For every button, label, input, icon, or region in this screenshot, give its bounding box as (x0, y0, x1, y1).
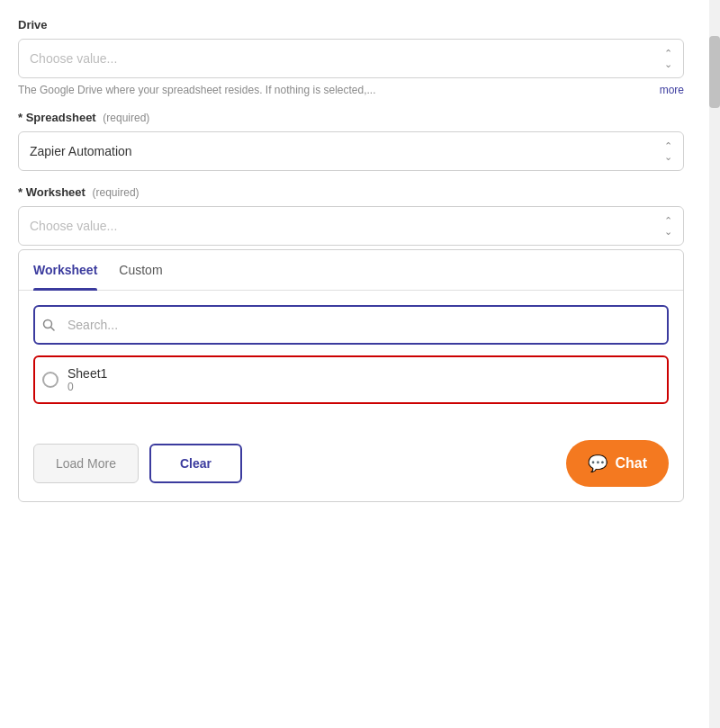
drive-placeholder: Choose value... (30, 51, 117, 66)
clear-button[interactable]: Clear (149, 444, 242, 483)
worksheet-placeholder: Choose value... (30, 219, 117, 233)
spreadsheet-chevron-icon (664, 141, 672, 162)
worksheet-section: * Worksheet (required) Choose value... (18, 185, 684, 246)
scrollbar-thumb[interactable] (709, 36, 720, 108)
spreadsheet-label: * Spreadsheet (required) (18, 111, 684, 124)
tab-custom[interactable]: Custom (119, 250, 162, 290)
chat-button[interactable]: 💬 Chat (566, 440, 669, 487)
drive-select[interactable]: Choose value... (18, 39, 684, 78)
drive-section: Drive Choose value... The Google Drive w… (18, 18, 684, 96)
scrollbar[interactable] (709, 0, 720, 728)
item-sub: 0 (68, 381, 107, 393)
tab-content: Sheet1 0 (19, 291, 683, 426)
search-input[interactable] (33, 305, 669, 345)
spreadsheet-section: * Spreadsheet (required) Zapier Automati… (18, 111, 684, 171)
dropdown-panel: Worksheet Custom (18, 249, 684, 502)
tabs-row: Worksheet Custom (19, 250, 683, 291)
drive-helper: The Google Drive where your spreadsheet … (18, 84, 684, 96)
load-more-button[interactable]: Load More (33, 444, 139, 483)
chat-bubble-icon: 💬 (588, 454, 608, 473)
drive-label: Drive (18, 18, 684, 31)
worksheet-label: * Worksheet (required) (18, 185, 684, 199)
item-name: Sheet1 (68, 366, 107, 381)
worksheet-chevron-icon (664, 216, 672, 237)
item-text: Sheet1 0 (68, 366, 107, 393)
chat-label: Chat (615, 455, 647, 472)
spreadsheet-value: Zapier Automation (30, 144, 132, 158)
drive-helper-text: The Google Drive where your spreadsheet … (18, 84, 376, 96)
worksheet-select[interactable]: Choose value... (18, 206, 684, 246)
bottom-bar: Load More Clear 💬 Chat (19, 426, 683, 501)
main-container: Drive Choose value... The Google Drive w… (0, 0, 702, 728)
radio-button[interactable] (42, 372, 58, 388)
spreadsheet-select[interactable]: Zapier Automation (18, 131, 684, 171)
drive-more-link[interactable]: more (660, 84, 684, 96)
drive-chevron-icon (664, 49, 672, 69)
svg-line-1 (51, 328, 55, 331)
list-item[interactable]: Sheet1 0 (33, 355, 669, 404)
search-icon (42, 319, 55, 331)
search-container (33, 305, 669, 345)
tab-worksheet[interactable]: Worksheet (33, 250, 97, 290)
